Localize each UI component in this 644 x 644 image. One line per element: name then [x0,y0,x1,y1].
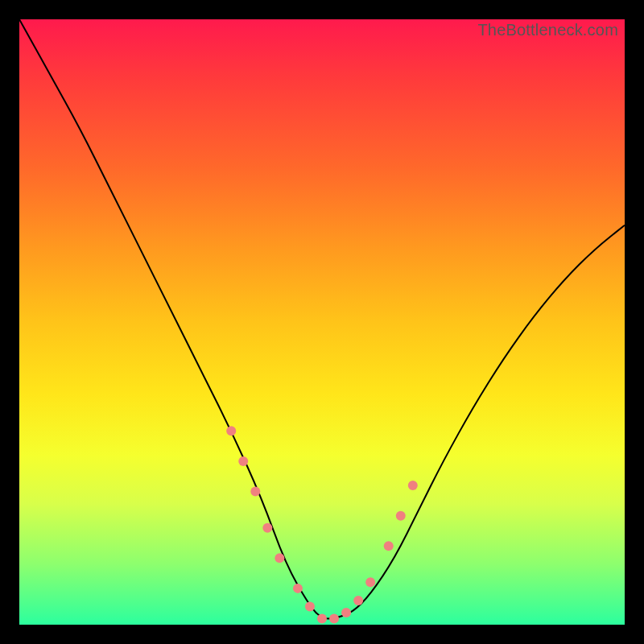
highlight-dot [305,601,315,611]
highlight-dot [408,481,418,490]
highlight-dot [317,613,327,623]
highlight-dot [275,553,284,563]
highlight-dots-group [226,426,418,623]
bottleneck-curve [19,19,625,618]
highlight-dot [353,596,363,605]
highlight-dot [250,487,260,497]
highlight-dot [293,584,303,593]
highlight-dot [238,456,248,466]
highlight-dot [262,523,272,533]
chart-frame: TheBottleneck.com [19,19,625,625]
curve-line [19,19,625,618]
highlight-dot [365,577,375,587]
chart-overlay [19,19,625,625]
highlight-dot [226,426,236,436]
highlight-dot [329,613,339,623]
highlight-dot [384,541,394,551]
highlight-dot [341,608,351,617]
highlight-dot [396,511,406,521]
